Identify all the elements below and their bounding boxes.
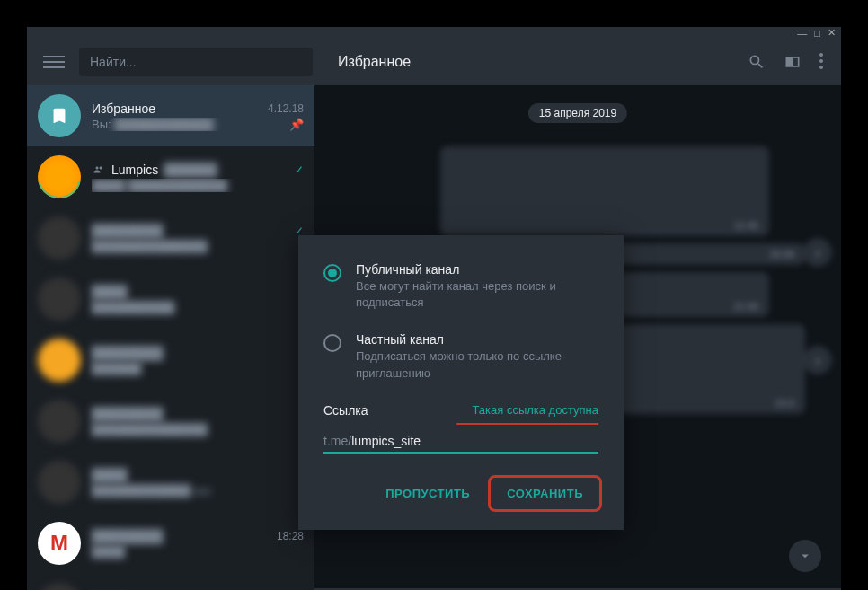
link-status: Такая ссылка доступна (472, 403, 598, 417)
pin-icon: 📌 (289, 118, 304, 131)
chat-item[interactable]: ████✓✓ 18:07 (27, 574, 314, 590)
chevron-right-icon[interactable]: › (803, 346, 832, 374)
app-header: Найти... Избранное (27, 39, 841, 85)
option-title: Публичный канал (356, 262, 598, 277)
chat-item[interactable]: Lumpics ██████ ✓ ████ ████████████ (27, 146, 314, 207)
scroll-down-button[interactable] (789, 540, 821, 572)
minimize-button[interactable]: — (797, 28, 807, 39)
option-desc: Все могут найти канал через поиск и подп… (356, 278, 598, 311)
search-input[interactable]: Найти... (79, 48, 313, 76)
maximize-button[interactable]: □ (814, 28, 820, 39)
chat-item[interactable]: ██████████████ (27, 269, 314, 330)
chat-name: Избранное (92, 101, 155, 116)
group-icon (92, 164, 106, 175)
chat-title: Избранное (320, 54, 740, 70)
more-icon[interactable] (819, 53, 823, 71)
avatar: M (38, 522, 81, 565)
radio-icon (323, 334, 341, 352)
radio-checked-icon (323, 264, 341, 282)
save-button[interactable]: СОХРАНИТЬ (488, 475, 602, 512)
chevron-right-icon[interactable]: › (803, 238, 832, 267)
titlebar: — □ ✕ (27, 27, 841, 39)
bookmark-icon (38, 94, 81, 137)
chat-item[interactable]: ██████████████████████ (27, 391, 314, 452)
menu-icon[interactable] (43, 51, 65, 73)
link-input-wrap[interactable]: t.me/ (323, 434, 598, 454)
chat-date: 4.12.18 (268, 102, 304, 115)
chat-item-saved[interactable]: Избранное 4.12.18 Вы: ████████████ 📌 (27, 85, 314, 146)
avatar (38, 155, 81, 198)
chat-item[interactable]: M████████18:28████ (27, 513, 314, 574)
close-button[interactable]: ✕ (828, 27, 836, 39)
app-window: — □ ✕ Найти... Избранное (27, 27, 841, 568)
search-icon[interactable] (748, 53, 766, 71)
private-channel-option[interactable]: Частный канал Подписаться можно только п… (298, 332, 624, 381)
chat-item[interactable]: ████████✓██████████████ (27, 207, 314, 269)
chat-list: Избранное 4.12.18 Вы: ████████████ 📌 Lu (27, 85, 314, 590)
skip-button[interactable]: ПРОПУСТИТЬ (385, 487, 470, 500)
chat-item[interactable]: ████████████████ икс (27, 452, 314, 513)
chat-item[interactable]: ██████████████ (27, 330, 314, 391)
option-title: Частный канал (356, 332, 598, 347)
public-channel-option[interactable]: Публичный канал Все могут найти канал че… (298, 262, 624, 311)
link-label: Ссылка (323, 403, 368, 418)
channel-type-modal: Публичный канал Все могут найти канал че… (298, 235, 624, 530)
highlight-underline (456, 423, 598, 425)
panel-icon[interactable] (784, 53, 802, 71)
link-input[interactable] (351, 434, 598, 448)
link-prefix: t.me/ (323, 434, 351, 448)
option-desc: Подписаться можно только по ссылке-пригл… (356, 348, 598, 381)
